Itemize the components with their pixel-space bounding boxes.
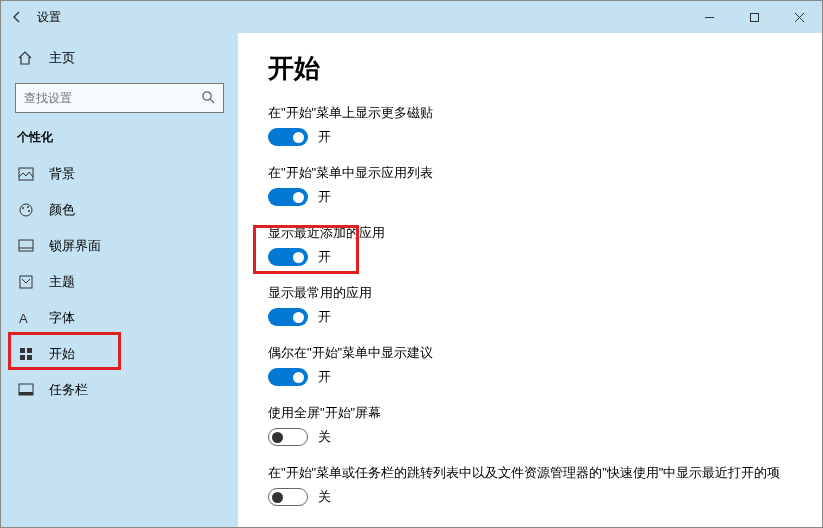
sidebar-item-label: 背景 [49,165,75,183]
svg-rect-11 [19,240,33,251]
minimize-button[interactable] [687,1,732,33]
toggle-state: 开 [318,128,331,146]
theme-icon [17,274,35,290]
sidebar-item-label: 任务栏 [49,381,88,399]
palette-icon [17,202,35,218]
toggle-0[interactable] [268,128,308,146]
start-icon [17,346,35,362]
svg-rect-18 [27,355,32,360]
setting-label: 偶尔在"开始"菜单中显示建议 [268,344,792,362]
sidebar-item-label: 字体 [49,309,75,327]
home-label: 主页 [49,49,75,67]
toggle-state: 开 [318,308,331,326]
maximize-button[interactable] [732,1,777,33]
home-icon [17,50,35,66]
svg-point-7 [20,204,32,216]
sidebar-item-themes[interactable]: 主题 [1,264,238,300]
svg-point-8 [22,207,24,209]
toggle-2[interactable] [268,248,308,266]
sidebar-item-background[interactable]: 背景 [1,156,238,192]
sidebar-item-taskbar[interactable]: 任务栏 [1,372,238,408]
toggle-state: 关 [318,488,331,506]
svg-point-4 [203,92,211,100]
setting-label: 在"开始"菜单中显示应用列表 [268,164,792,182]
sidebar-item-label: 颜色 [49,201,75,219]
window-title: 设置 [37,9,61,26]
search-icon [201,90,216,109]
home-nav[interactable]: 主页 [1,41,238,75]
svg-point-10 [28,210,30,212]
lockscreen-icon [17,239,35,253]
toggle-4[interactable] [268,368,308,386]
sidebar-item-fonts[interactable]: A 字体 [1,300,238,336]
sidebar-item-start[interactable]: 开始 [1,336,238,372]
svg-rect-13 [20,276,32,288]
sidebar-item-colors[interactable]: 颜色 [1,192,238,228]
toggle-state: 开 [318,368,331,386]
toggle-3[interactable] [268,308,308,326]
setting-label: 显示最近添加的应用 [268,224,792,242]
sidebar-item-label: 主题 [49,273,75,291]
search-input[interactable] [15,83,224,113]
toggle-state: 关 [318,428,331,446]
svg-rect-1 [751,13,759,21]
setting-label: 显示最常用的应用 [268,284,792,302]
sidebar-item-label: 开始 [49,345,75,363]
svg-text:A: A [19,311,28,326]
toggle-state: 开 [318,248,331,266]
close-button[interactable] [777,1,822,33]
toggle-1[interactable] [268,188,308,206]
toggle-state: 开 [318,188,331,206]
toggle-6[interactable] [268,488,308,506]
sidebar: 主页 个性化 背景 颜色 锁屏界面 主题 A 字体 开始 [1,33,238,527]
sidebar-item-label: 锁屏界面 [49,237,101,255]
page-title: 开始 [268,51,792,86]
svg-rect-20 [19,392,33,395]
svg-line-5 [210,99,214,103]
font-icon: A [17,310,35,326]
setting-label: 使用全屏"开始"屏幕 [268,404,792,422]
picture-icon [17,167,35,181]
sidebar-item-lockscreen[interactable]: 锁屏界面 [1,228,238,264]
group-label: 个性化 [1,127,238,156]
setting-label: 在"开始"菜单上显示更多磁贴 [268,104,792,122]
setting-label: 在"开始"菜单或任务栏的跳转列表中以及文件资源管理器的"快速使用"中显示最近打开… [268,464,792,482]
main-content: 开始 在"开始"菜单上显示更多磁贴开在"开始"菜单中显示应用列表开显示最近添加的… [238,33,822,527]
toggle-5[interactable] [268,428,308,446]
back-button[interactable] [1,10,33,24]
svg-rect-16 [27,348,32,353]
svg-point-9 [27,206,29,208]
taskbar-icon [17,383,35,397]
svg-rect-17 [20,355,25,360]
svg-rect-15 [20,348,25,353]
